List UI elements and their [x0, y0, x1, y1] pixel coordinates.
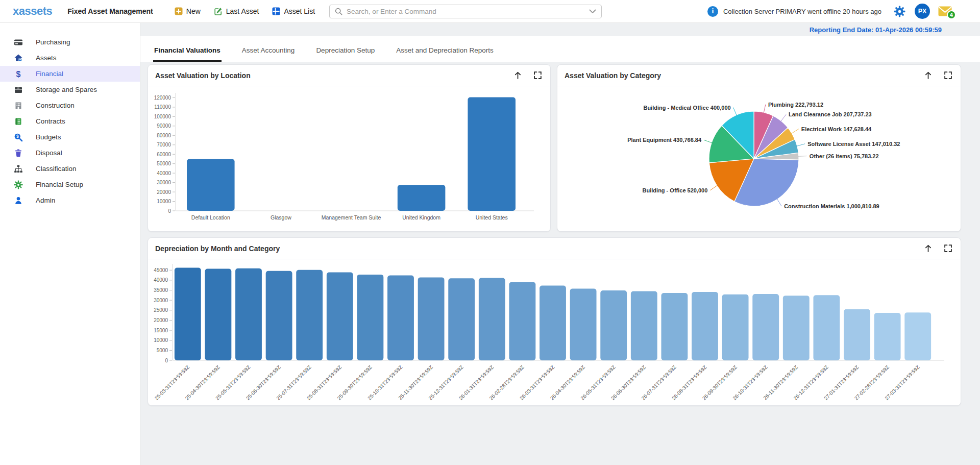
fullscreen-icon[interactable] — [533, 71, 542, 80]
bar[interactable] — [187, 159, 235, 211]
home-icon — [13, 54, 23, 63]
sidebar-item-storage-and-spares[interactable]: Storage and Spares — [0, 82, 140, 97]
bar-chart-location[interactable]: 0100002000030000400005000060000700008000… — [148, 86, 550, 229]
sidebar-item-purchasing[interactable]: Purchasing — [0, 34, 140, 50]
bar[interactable] — [874, 313, 901, 360]
bar[interactable] — [398, 185, 446, 211]
sidebar-item-assets[interactable]: Assets — [0, 50, 140, 66]
gear-icon — [13, 180, 23, 189]
header-actions: New Last Asset Asset List — [175, 7, 315, 16]
bar[interactable] — [813, 295, 840, 360]
bar[interactable] — [783, 296, 810, 360]
sidebar-item-financial-setup[interactable]: Financial Setup — [0, 177, 140, 192]
archive-box-icon — [13, 85, 23, 94]
bar[interactable] — [418, 277, 445, 360]
x-tick-label: Default Location — [191, 214, 230, 221]
sidebar-item-classification[interactable]: Classification — [0, 161, 140, 177]
bar[interactable] — [296, 270, 323, 360]
card-asset-valuation-by-category: Asset Valuation by Category Plumbing 222… — [557, 64, 961, 232]
bar[interactable] — [205, 269, 231, 360]
tab-asset-and-depreciation-reports[interactable]: Asset and Depreciation Reports — [395, 46, 495, 62]
y-tick-label: 10000 — [154, 337, 168, 343]
dollar-icon: $ — [13, 69, 23, 79]
bar[interactable] — [752, 294, 779, 360]
app-window: xassets Fixed Asset Management New Last … — [0, 0, 980, 465]
app-title: Fixed Asset Management — [67, 7, 153, 15]
bar[interactable] — [509, 282, 535, 360]
user-avatar[interactable]: PX — [915, 4, 930, 19]
pie-label: Software License Asset 147,010.32 — [807, 141, 900, 147]
card-asset-valuation-by-location: Asset Valuation by Location 010000200003… — [148, 64, 551, 232]
bar[interactable] — [722, 295, 749, 360]
y-tick-label: 45000 — [154, 267, 168, 273]
bar[interactable] — [540, 285, 566, 360]
chevron-down-icon[interactable] — [589, 9, 596, 14]
tab-depreciation-setup[interactable]: Depreciation Setup — [315, 46, 376, 62]
svg-text:$: $ — [16, 69, 21, 78]
sidebar-item-label: Purchasing — [36, 38, 70, 46]
bar[interactable] — [266, 271, 292, 360]
bar[interactable] — [631, 291, 657, 360]
bar[interactable] — [327, 273, 353, 360]
sidebar-item-label: Contracts — [36, 117, 65, 125]
tab-asset-accounting[interactable]: Asset Accounting — [241, 46, 296, 62]
y-tick-label: 100000 — [154, 114, 172, 119]
bar[interactable] — [600, 290, 627, 360]
building-icon — [13, 101, 23, 110]
sidebar-nav: Purchasing Assets $ Financial Storage an… — [0, 23, 140, 465]
new-button[interactable]: New — [175, 7, 201, 15]
sidebar-item-label: Disposal — [36, 149, 62, 157]
bar[interactable] — [175, 268, 201, 360]
search-bar[interactable] — [329, 5, 602, 18]
bar[interactable] — [479, 278, 505, 360]
y-tick-label: 110000 — [154, 104, 171, 110]
last-asset-button[interactable]: Last Asset — [214, 7, 259, 16]
bar-chart-svg: 0500010000150002000025000300003500040000… — [148, 259, 947, 405]
bar[interactable] — [235, 268, 262, 360]
bar[interactable] — [570, 288, 597, 360]
x-tick-label: 25-11-30T23:59:59Z — [397, 364, 434, 401]
sidebar-item-contracts[interactable]: Contracts — [0, 113, 140, 129]
search-input[interactable] — [347, 8, 589, 15]
bar-chart-depreciation[interactable]: 0500010000150002000025000300003500040000… — [148, 259, 961, 405]
sidebar-item-financial[interactable]: $ Financial — [0, 66, 140, 82]
sidebar-item-budgets[interactable]: $ Budgets — [0, 129, 140, 145]
x-tick-label: Management Team Suite — [322, 214, 381, 221]
y-tick-label: 40000 — [157, 170, 171, 176]
bar[interactable] — [387, 275, 414, 360]
y-tick-label: 35000 — [154, 287, 168, 293]
messages-envelope-icon[interactable]: 4 — [938, 6, 952, 16]
bar[interactable] — [357, 275, 383, 360]
bar[interactable] — [692, 292, 718, 360]
sidebar-item-construction[interactable]: Construction — [0, 97, 140, 113]
pie-label: Construction Materials 1,000,810.89 — [784, 203, 879, 209]
fullscreen-icon[interactable] — [944, 244, 952, 253]
pie-label: Electrical Work 147,628.44 — [801, 126, 872, 132]
export-arrow-up-icon[interactable] — [513, 71, 522, 80]
x-tick-label: 27-03-31T23:59:59Z — [884, 364, 920, 401]
y-tick-label: 70000 — [157, 142, 171, 148]
bar[interactable] — [468, 97, 516, 211]
info-icon[interactable]: i — [707, 6, 718, 17]
pie-label: Plumbing 222,793.12 — [768, 102, 823, 108]
sidebar-item-admin[interactable]: Admin — [0, 192, 140, 208]
export-arrow-up-icon[interactable] — [924, 71, 933, 80]
asset-list-button[interactable]: Asset List — [272, 7, 315, 15]
bar[interactable] — [844, 309, 870, 360]
book-icon — [13, 117, 23, 126]
new-button-label: New — [186, 7, 201, 15]
tab-financial-valuations[interactable]: Financial Valuations — [153, 46, 222, 62]
pie-chart-category[interactable]: Plumbing 222,793.12Land Clearance Job 20… — [557, 86, 961, 230]
bar[interactable] — [448, 278, 475, 360]
settings-gear-icon[interactable] — [894, 6, 905, 17]
credit-card-icon — [13, 38, 23, 47]
search-dollar-icon: $ — [13, 133, 23, 142]
bar[interactable] — [661, 293, 688, 360]
sidebar-item-disposal[interactable]: Disposal — [0, 145, 140, 161]
export-arrow-up-icon[interactable] — [924, 244, 933, 253]
y-tick-label: 30000 — [157, 180, 171, 185]
sidebar-item-label: Budgets — [36, 133, 61, 141]
fullscreen-icon[interactable] — [944, 71, 952, 80]
y-tick-label: 25000 — [154, 307, 168, 313]
bar[interactable] — [904, 312, 931, 360]
